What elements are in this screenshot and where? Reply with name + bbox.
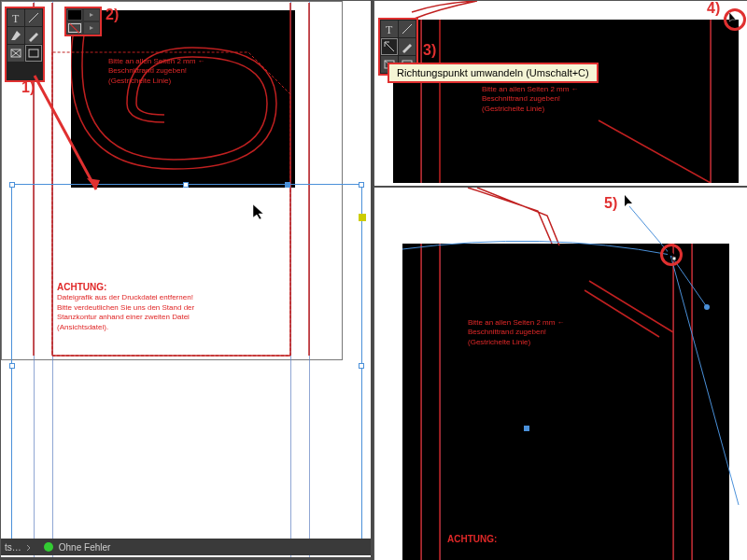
sel-handle-rot[interactable] bbox=[285, 182, 290, 188]
fill-flyout[interactable] bbox=[83, 8, 100, 21]
warn-bottom: ACHTUNG: Dateigrafik aus der Druckdatei … bbox=[57, 281, 194, 332]
stroke-flyout[interactable] bbox=[83, 21, 100, 35]
wtr1: Bitte an allen Seiten 2 mm bbox=[482, 85, 569, 93]
rect-tool[interactable] bbox=[25, 45, 42, 62]
cursor-icon-2 bbox=[729, 12, 739, 25]
stroke-swatch[interactable] bbox=[66, 21, 83, 35]
line-tool-2[interactable] bbox=[399, 21, 416, 37]
yellow-handle[interactable] bbox=[359, 214, 366, 221]
annotation-4: 4) bbox=[707, 0, 720, 17]
annotation-1: 1) bbox=[21, 79, 35, 96]
canvas-br[interactable]: Bitte an allen Seiten 2 mm ← Beschnittra… bbox=[374, 188, 747, 560]
pencil-tool[interactable] bbox=[25, 27, 42, 44]
warn-b4: (Ansichtsdatei). bbox=[57, 323, 108, 331]
convert-point-tool[interactable] bbox=[381, 38, 398, 55]
rect-frame-tool[interactable] bbox=[7, 45, 24, 62]
toolbox-main: T bbox=[5, 7, 45, 82]
status-left: ts… bbox=[5, 542, 21, 553]
panel-left: Bitte an allen Seiten 2 mm ← Beschnittra… bbox=[0, 0, 370, 556]
line-tool[interactable] bbox=[25, 9, 42, 26]
svg-line-9 bbox=[402, 24, 412, 34]
svg-text:T: T bbox=[12, 12, 20, 24]
sel-handle-tr[interactable] bbox=[359, 182, 364, 188]
fill-swatch[interactable] bbox=[66, 8, 83, 21]
cursor-anchor-icon bbox=[668, 247, 679, 262]
wtr3: (Gestrichelte Linie) bbox=[482, 105, 544, 113]
warn-b2: Bitte verdeutlichen Sie uns den Stand de… bbox=[57, 303, 194, 312]
warn-b1: Dateigrafik aus der Druckdatei entfernen… bbox=[57, 293, 193, 301]
svg-point-14 bbox=[704, 304, 710, 310]
wtr2: Beschnittrand zugeben! bbox=[482, 94, 560, 103]
warn-top: Bitte an allen Seiten 2 mm ← Beschnittra… bbox=[108, 57, 205, 86]
sel-handle-mr[interactable] bbox=[359, 363, 364, 369]
statusbar: ts… Ohne Fehler bbox=[1, 539, 371, 555]
pen-tool[interactable] bbox=[7, 27, 24, 44]
warn-tr: Bitte an allen Seiten 2 mm ← Beschnittra… bbox=[482, 85, 579, 114]
status-text: Ohne Fehler bbox=[59, 542, 111, 553]
warn-heading: ACHTUNG: bbox=[57, 282, 106, 292]
anchor-point[interactable] bbox=[524, 426, 529, 431]
tooltip: Richtungspunkt umwandeln (Umschalt+C) bbox=[388, 63, 599, 83]
status-dot bbox=[44, 542, 53, 552]
svg-line-6 bbox=[35, 76, 96, 189]
pencil-tool-2[interactable] bbox=[399, 38, 416, 55]
sel-handle-tc[interactable] bbox=[183, 182, 189, 188]
panel-bottom-right: Bitte an allen Seiten 2 mm ← Beschnittra… bbox=[374, 187, 747, 560]
svg-marker-7 bbox=[87, 178, 100, 189]
swatch-panel bbox=[64, 7, 102, 36]
warn-b3: Stanzkontur anhand einer zweiten Datei bbox=[57, 313, 190, 321]
type-tool-2[interactable]: T bbox=[381, 21, 398, 37]
annotation-arrow bbox=[23, 72, 107, 203]
warn-l1: Bitte an allen Seiten 2 mm bbox=[108, 57, 195, 65]
canvas-tr[interactable]: Bitte an allen Seiten 2 mm ← Beschnittra… bbox=[374, 1, 747, 186]
cursor-convert-icon bbox=[625, 195, 636, 210]
svg-text:T: T bbox=[386, 23, 393, 35]
svg-line-1 bbox=[29, 13, 38, 22]
svg-rect-16 bbox=[672, 257, 676, 260]
annotation-3: 3) bbox=[423, 42, 436, 59]
annotation-5: 5) bbox=[604, 195, 617, 212]
type-tool[interactable]: T bbox=[7, 9, 24, 26]
warn-l2: Beschnittrand zugeben! bbox=[108, 66, 187, 75]
sel-handle-tl[interactable] bbox=[9, 182, 15, 188]
svg-rect-5 bbox=[29, 49, 38, 57]
sel-handle-ml[interactable] bbox=[9, 363, 15, 369]
cursor-arrow-icon bbox=[253, 204, 266, 221]
warn-l3: (Gestrichelte Linie) bbox=[108, 77, 171, 85]
artboard-tr: Bitte an allen Seiten 2 mm ← Beschnittra… bbox=[393, 20, 739, 183]
panel-top-right: Bitte an allen Seiten 2 mm ← Beschnittra… bbox=[374, 0, 747, 185]
annotation-2: 2) bbox=[106, 7, 119, 23]
